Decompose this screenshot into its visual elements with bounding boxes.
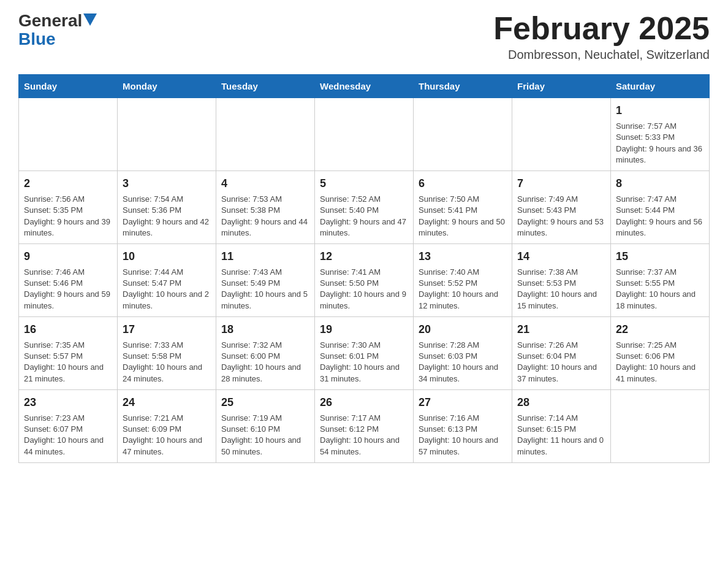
logo-triangle-icon: [83, 13, 97, 26]
calendar-cell: 19Sunrise: 7:30 AM Sunset: 6:01 PM Dayli…: [315, 316, 414, 389]
calendar-table: SundayMondayTuesdayWednesdayThursdayFrid…: [18, 74, 710, 463]
svg-marker-0: [83, 13, 97, 26]
title-block: February 2025 Dombresson, Neuchatel, Swi…: [493, 12, 710, 62]
weekday-header-row: SundayMondayTuesdayWednesdayThursdayFrid…: [19, 75, 710, 98]
day-number: 22: [616, 322, 704, 337]
day-info: Sunrise: 7:14 AM Sunset: 6:15 PM Dayligh…: [517, 413, 604, 456]
calendar-cell: 10Sunrise: 7:44 AM Sunset: 5:47 PM Dayli…: [118, 243, 216, 316]
calendar-cell: 4Sunrise: 7:53 AM Sunset: 5:38 PM Daylig…: [216, 170, 315, 243]
day-info: Sunrise: 7:54 AM Sunset: 5:36 PM Dayligh…: [123, 194, 209, 237]
day-info: Sunrise: 7:35 AM Sunset: 5:57 PM Dayligh…: [24, 340, 104, 383]
day-number: 7: [517, 176, 605, 191]
day-number: 12: [320, 249, 408, 264]
logo-blue: Blue: [18, 29, 56, 49]
day-info: Sunrise: 7:23 AM Sunset: 6:07 PM Dayligh…: [24, 413, 104, 456]
week-row-3: 9Sunrise: 7:46 AM Sunset: 5:46 PM Daylig…: [19, 243, 710, 316]
day-number: 4: [221, 176, 309, 191]
day-number: 8: [616, 176, 704, 191]
day-info: Sunrise: 7:37 AM Sunset: 5:55 PM Dayligh…: [616, 267, 696, 310]
calendar-cell: 7Sunrise: 7:49 AM Sunset: 5:43 PM Daylig…: [512, 170, 611, 243]
calendar-cell: 20Sunrise: 7:28 AM Sunset: 6:03 PM Dayli…: [414, 316, 512, 389]
day-info: Sunrise: 7:53 AM Sunset: 5:38 PM Dayligh…: [221, 194, 308, 237]
day-info: Sunrise: 7:52 AM Sunset: 5:40 PM Dayligh…: [320, 194, 406, 237]
calendar-cell: [216, 98, 315, 171]
weekday-header-wednesday: Wednesday: [315, 75, 414, 98]
calendar-cell: 28Sunrise: 7:14 AM Sunset: 6:15 PM Dayli…: [512, 389, 611, 462]
day-info: Sunrise: 7:46 AM Sunset: 5:46 PM Dayligh…: [24, 267, 110, 310]
calendar-cell: 2Sunrise: 7:56 AM Sunset: 5:35 PM Daylig…: [19, 170, 118, 243]
weekday-header-friday: Friday: [512, 75, 611, 98]
day-info: Sunrise: 7:43 AM Sunset: 5:49 PM Dayligh…: [221, 267, 308, 310]
day-info: Sunrise: 7:57 AM Sunset: 5:33 PM Dayligh…: [616, 121, 702, 164]
day-info: Sunrise: 7:32 AM Sunset: 6:00 PM Dayligh…: [221, 340, 301, 383]
calendar-cell: 15Sunrise: 7:37 AM Sunset: 5:55 PM Dayli…: [611, 243, 710, 316]
day-number: 5: [320, 176, 408, 191]
calendar-cell: 26Sunrise: 7:17 AM Sunset: 6:12 PM Dayli…: [315, 389, 414, 462]
day-number: 28: [517, 395, 605, 410]
day-number: 25: [221, 395, 309, 410]
day-info: Sunrise: 7:25 AM Sunset: 6:06 PM Dayligh…: [616, 340, 696, 383]
day-number: 27: [419, 395, 507, 410]
logo: General Blue: [18, 12, 97, 49]
day-info: Sunrise: 7:47 AM Sunset: 5:44 PM Dayligh…: [616, 194, 702, 237]
day-info: Sunrise: 7:28 AM Sunset: 6:03 PM Dayligh…: [419, 340, 498, 383]
weekday-header-sunday: Sunday: [19, 75, 118, 98]
day-number: 9: [24, 249, 112, 264]
week-row-4: 16Sunrise: 7:35 AM Sunset: 5:57 PM Dayli…: [19, 316, 710, 389]
day-number: 3: [123, 176, 211, 191]
day-number: 2: [24, 176, 112, 191]
calendar-cell: 6Sunrise: 7:50 AM Sunset: 5:41 PM Daylig…: [414, 170, 512, 243]
calendar-cell: 25Sunrise: 7:19 AM Sunset: 6:10 PM Dayli…: [216, 389, 315, 462]
day-info: Sunrise: 7:16 AM Sunset: 6:13 PM Dayligh…: [419, 413, 498, 456]
day-info: Sunrise: 7:41 AM Sunset: 5:50 PM Dayligh…: [320, 267, 406, 310]
day-info: Sunrise: 7:21 AM Sunset: 6:09 PM Dayligh…: [123, 413, 202, 456]
week-row-5: 23Sunrise: 7:23 AM Sunset: 6:07 PM Dayli…: [19, 389, 710, 462]
day-info: Sunrise: 7:26 AM Sunset: 6:04 PM Dayligh…: [517, 340, 597, 383]
day-number: 20: [419, 322, 507, 337]
day-number: 19: [320, 322, 408, 337]
day-number: 17: [123, 322, 211, 337]
weekday-header-tuesday: Tuesday: [216, 75, 315, 98]
day-number: 13: [419, 249, 507, 264]
day-number: 11: [221, 249, 309, 264]
calendar-cell: 8Sunrise: 7:47 AM Sunset: 5:44 PM Daylig…: [611, 170, 710, 243]
calendar-cell: 24Sunrise: 7:21 AM Sunset: 6:09 PM Dayli…: [118, 389, 216, 462]
day-number: 23: [24, 395, 112, 410]
day-info: Sunrise: 7:40 AM Sunset: 5:52 PM Dayligh…: [419, 267, 498, 310]
day-info: Sunrise: 7:44 AM Sunset: 5:47 PM Dayligh…: [123, 267, 209, 310]
day-number: 24: [123, 395, 211, 410]
day-info: Sunrise: 7:49 AM Sunset: 5:43 PM Dayligh…: [517, 194, 604, 237]
day-info: Sunrise: 7:50 AM Sunset: 5:41 PM Dayligh…: [419, 194, 505, 237]
calendar-cell: 3Sunrise: 7:54 AM Sunset: 5:36 PM Daylig…: [118, 170, 216, 243]
week-row-1: 1Sunrise: 7:57 AM Sunset: 5:33 PM Daylig…: [19, 98, 710, 171]
day-info: Sunrise: 7:56 AM Sunset: 5:35 PM Dayligh…: [24, 194, 110, 237]
day-number: 15: [616, 249, 704, 264]
calendar-cell: 13Sunrise: 7:40 AM Sunset: 5:52 PM Dayli…: [414, 243, 512, 316]
week-row-2: 2Sunrise: 7:56 AM Sunset: 5:35 PM Daylig…: [19, 170, 710, 243]
calendar-cell: 11Sunrise: 7:43 AM Sunset: 5:49 PM Dayli…: [216, 243, 315, 316]
calendar-cell: [315, 98, 414, 171]
calendar-cell: 18Sunrise: 7:32 AM Sunset: 6:00 PM Dayli…: [216, 316, 315, 389]
day-number: 26: [320, 395, 408, 410]
day-info: Sunrise: 7:38 AM Sunset: 5:53 PM Dayligh…: [517, 267, 597, 310]
logo-general: General: [18, 12, 82, 29]
calendar-cell: 16Sunrise: 7:35 AM Sunset: 5:57 PM Dayli…: [19, 316, 118, 389]
calendar-cell: 14Sunrise: 7:38 AM Sunset: 5:53 PM Dayli…: [512, 243, 611, 316]
day-number: 18: [221, 322, 309, 337]
day-number: 16: [24, 322, 112, 337]
day-info: Sunrise: 7:19 AM Sunset: 6:10 PM Dayligh…: [221, 413, 301, 456]
calendar-cell: [414, 98, 512, 171]
calendar-cell: 22Sunrise: 7:25 AM Sunset: 6:06 PM Dayli…: [611, 316, 710, 389]
calendar-cell: 5Sunrise: 7:52 AM Sunset: 5:40 PM Daylig…: [315, 170, 414, 243]
calendar-cell: 21Sunrise: 7:26 AM Sunset: 6:04 PM Dayli…: [512, 316, 611, 389]
calendar-cell: 9Sunrise: 7:46 AM Sunset: 5:46 PM Daylig…: [19, 243, 118, 316]
calendar-cell: 27Sunrise: 7:16 AM Sunset: 6:13 PM Dayli…: [414, 389, 512, 462]
page-header: General Blue February 2025 Dombresson, N…: [18, 12, 710, 62]
weekday-header-saturday: Saturday: [611, 75, 710, 98]
day-number: 21: [517, 322, 605, 337]
calendar-cell: 12Sunrise: 7:41 AM Sunset: 5:50 PM Dayli…: [315, 243, 414, 316]
calendar-cell: [118, 98, 216, 171]
day-number: 10: [123, 249, 211, 264]
weekday-header-thursday: Thursday: [414, 75, 512, 98]
calendar-cell: [611, 389, 710, 462]
